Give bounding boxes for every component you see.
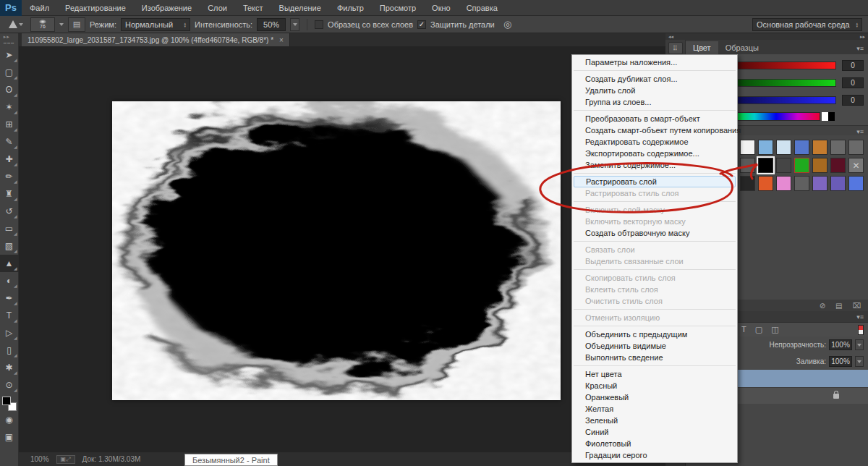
blend-mode-select[interactable]: Нормальный ▴▾ bbox=[121, 18, 190, 31]
current-tool-button[interactable] bbox=[6, 20, 26, 29]
context-menu-item[interactable]: Создать смарт-объект путем копирования bbox=[572, 124, 737, 136]
menubar-item[interactable]: Слои bbox=[200, 0, 235, 16]
path-selection-tool-icon[interactable]: ▷◢ bbox=[0, 324, 19, 342]
eyedropper-tool-icon[interactable]: ✎◢ bbox=[0, 133, 19, 151]
screen-mode-icon[interactable]: ▣ bbox=[0, 428, 19, 446]
context-menu-item[interactable]: Растрировать стиль слоя bbox=[572, 187, 737, 199]
context-menu-item[interactable]: Параметры наложения... bbox=[572, 56, 737, 68]
context-menu-item[interactable]: Красный bbox=[572, 380, 737, 391]
menubar-item[interactable]: Редактирование bbox=[57, 0, 134, 16]
context-menu-item[interactable]: Создать обтравочную маску bbox=[572, 227, 737, 239]
opacity-caret-icon[interactable] bbox=[855, 339, 864, 350]
context-menu-item[interactable]: Отменить изоляцию bbox=[572, 312, 737, 323]
context-menu-item[interactable]: Создать дубликат слоя... bbox=[572, 73, 737, 85]
context-menu-item[interactable]: Вклеить стиль слоя bbox=[572, 284, 737, 295]
context-menu-item[interactable]: Желтая bbox=[572, 403, 737, 415]
style-swatch[interactable] bbox=[812, 176, 827, 191]
context-menu-item[interactable]: Градации серого bbox=[572, 449, 737, 461]
style-swatch[interactable] bbox=[794, 176, 809, 191]
panel-menu-icon[interactable]: ▾≡ bbox=[852, 126, 868, 135]
menubar-item[interactable]: Просмотр bbox=[372, 0, 424, 16]
menubar-item[interactable]: Справка bbox=[459, 0, 506, 16]
sharpen-tool-icon[interactable]: ▲◢ bbox=[0, 255, 19, 272]
foreground-color-swatch[interactable] bbox=[2, 397, 11, 405]
move-tool-icon[interactable]: ➤◢ bbox=[0, 46, 19, 64]
black-chip[interactable] bbox=[828, 112, 835, 121]
delete-style-icon[interactable]: ⌧ bbox=[852, 302, 861, 310]
menubar-item[interactable]: Окно bbox=[424, 0, 459, 16]
context-menu-item[interactable]: Заменить содержимое... bbox=[572, 159, 737, 171]
tab-color[interactable]: Цвет bbox=[686, 41, 718, 54]
eraser-tool-icon[interactable]: ▭◢ bbox=[0, 220, 19, 237]
context-menu-item[interactable]: Выполнить сведение bbox=[572, 352, 737, 363]
style-swatch[interactable] bbox=[812, 140, 827, 155]
context-menu-item[interactable]: Оранжевый bbox=[572, 391, 737, 403]
strength-slider-button[interactable] bbox=[290, 18, 299, 31]
filter-shape-layers-icon[interactable]: ▢ bbox=[755, 325, 762, 334]
context-menu-item[interactable]: Группа из слоев... bbox=[572, 96, 737, 108]
filter-smart-objects-icon[interactable]: ◫ bbox=[771, 325, 778, 334]
style-swatch[interactable] bbox=[794, 158, 809, 173]
fill-caret-icon[interactable] bbox=[855, 356, 864, 367]
color-value-input[interactable]: 0 bbox=[842, 77, 864, 88]
style-swatch[interactable] bbox=[830, 176, 846, 191]
document-tab[interactable]: 110955802_large_2031587_1734753.jpg @ 10… bbox=[22, 33, 290, 46]
context-menu-item[interactable]: Выделить связанные слои bbox=[572, 255, 737, 267]
context-menu-item[interactable]: Преобразовать в смарт-объект bbox=[572, 113, 737, 124]
style-swatch[interactable] bbox=[740, 158, 755, 173]
style-swatch[interactable] bbox=[758, 176, 773, 191]
style-swatch[interactable] bbox=[848, 158, 864, 173]
strength-input[interactable]: 50% bbox=[257, 18, 286, 31]
context-menu-item[interactable]: Включить векторную маску bbox=[572, 216, 737, 227]
context-menu-item[interactable]: Включить слой-маску bbox=[572, 204, 737, 216]
history-brush-tool-icon[interactable]: ↺◢ bbox=[0, 203, 19, 220]
document-image[interactable] bbox=[112, 101, 561, 400]
brush-tool-icon[interactable]: ✏◢ bbox=[0, 168, 19, 185]
airbrush-icon[interactable]: ◎ bbox=[499, 17, 516, 32]
menubar-item[interactable]: Изображение bbox=[134, 0, 200, 16]
chevron-down-icon[interactable] bbox=[59, 23, 64, 26]
hand-tool-icon[interactable]: ✱◢ bbox=[0, 359, 19, 376]
context-menu-item[interactable]: Синий bbox=[572, 426, 737, 438]
style-swatch[interactable] bbox=[758, 158, 773, 173]
style-swatch[interactable] bbox=[776, 176, 791, 191]
shape-tool-icon[interactable]: ▯◢ bbox=[0, 342, 19, 359]
style-swatch[interactable] bbox=[830, 158, 846, 173]
no-style-icon[interactable]: ⊘ bbox=[820, 302, 825, 310]
context-menu-item[interactable]: Редактировать содержимое bbox=[572, 136, 737, 148]
menubar-item[interactable]: Фильтр bbox=[329, 0, 372, 16]
style-swatch[interactable] bbox=[794, 140, 809, 155]
fill-value[interactable]: 100% bbox=[829, 356, 852, 367]
workspace-select[interactable]: Основная рабочая среда ▴▾ bbox=[752, 18, 862, 31]
collapse-dock-left-icon[interactable]: ◂◂ bbox=[668, 33, 673, 40]
quick-mask-icon[interactable]: ◉ bbox=[0, 411, 19, 428]
zoom-level[interactable]: 100% bbox=[30, 455, 49, 463]
context-menu-item[interactable]: Удалить слой bbox=[572, 85, 737, 96]
style-swatch[interactable] bbox=[848, 176, 864, 191]
context-menu-item[interactable]: Очистить стиль слоя bbox=[572, 295, 737, 307]
pen-tool-icon[interactable]: ✒◢ bbox=[0, 289, 19, 307]
lasso-tool-icon[interactable]: ʘ◢ bbox=[0, 81, 19, 98]
context-menu-item[interactable]: Фиолетовый bbox=[572, 438, 737, 449]
white-chip[interactable] bbox=[822, 112, 828, 121]
history-panel-icon[interactable]: ⠿ bbox=[668, 42, 683, 54]
style-swatch[interactable] bbox=[740, 140, 755, 155]
tab-swatches[interactable]: Образцы bbox=[718, 41, 766, 54]
style-swatch[interactable] bbox=[830, 140, 846, 155]
panel-menu-icon[interactable]: ▾≡ bbox=[852, 311, 868, 323]
context-menu-item[interactable]: Объединить видимые bbox=[572, 340, 737, 352]
zoom-tool-icon[interactable]: ⊙◢ bbox=[0, 376, 19, 394]
collapse-dock-right-icon[interactable]: ▸▸ bbox=[860, 33, 865, 40]
dodge-tool-icon[interactable]: ◐◢ bbox=[0, 272, 19, 289]
filter-toggle-icon[interactable] bbox=[858, 325, 864, 335]
menubar-item[interactable]: Файл bbox=[22, 0, 57, 16]
new-style-icon[interactable]: ▤ bbox=[835, 302, 842, 310]
color-value-input[interactable]: 0 bbox=[842, 95, 864, 106]
context-menu-item[interactable]: Зеленый bbox=[572, 415, 737, 426]
foreground-background-colors[interactable] bbox=[2, 397, 17, 411]
protect-details-checkbox[interactable]: ✓ bbox=[417, 20, 426, 29]
style-swatch[interactable] bbox=[776, 158, 791, 173]
type-tool-icon[interactable]: T◢ bbox=[0, 307, 19, 324]
filter-type-layers-icon[interactable]: T bbox=[741, 325, 746, 334]
context-menu-item[interactable]: Растрировать слой bbox=[574, 176, 736, 187]
